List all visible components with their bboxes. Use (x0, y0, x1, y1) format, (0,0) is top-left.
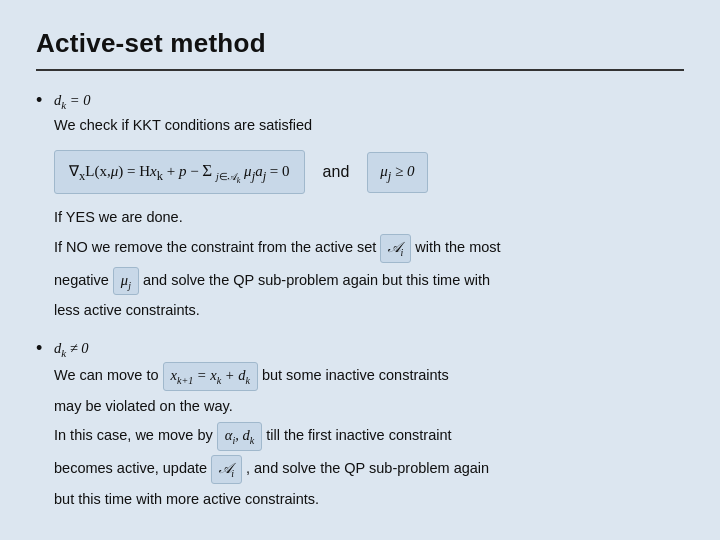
bullet-2-line5: but this time with more active constrain… (54, 488, 684, 511)
bullet-2-line3: In this case, we move by αi, dk till the… (54, 422, 684, 451)
alpha-dk-formula: αi, dk (217, 422, 262, 451)
kkt-formula-text: ∇xL(x,μ) = Hxk + p − Σ j∈𝒜k μjaj = 0 (69, 157, 290, 188)
bullet-2-content: dk ≠ 0 We can move to xk+1 = xk + dk but… (54, 337, 684, 516)
bullet-1-content: dk = 0 We check if KKT conditions are sa… (54, 89, 684, 327)
xk1-formula: xk+1 = xk + dk (163, 362, 258, 391)
bullet-2-line1: We can move to xk+1 = xk + dk but some i… (54, 362, 684, 391)
formula-row: ∇xL(x,μ) = Hxk + p − Σ j∈𝒜k μjaj = 0 and… (54, 150, 684, 195)
slide-content: • dk = 0 We check if KKT conditions are … (36, 89, 684, 515)
active-set-ai-formula: 𝒜i (211, 455, 242, 484)
bullet-1-line5: less active constraints. (54, 299, 684, 322)
mu-j-formula: μj (113, 267, 139, 296)
and-label: and (323, 159, 350, 185)
slide: Active-set method • dk = 0 We check if K… (0, 0, 720, 540)
active-set-formula: 𝒜i (380, 234, 411, 263)
bullet-2-marker: • (36, 337, 54, 360)
title-divider (36, 69, 684, 71)
bullet-1-line3: If NO we remove the constraint from the … (54, 234, 684, 263)
bullet-1-line2: If YES we are done. (54, 206, 684, 229)
bullet-1-line1: We check if KKT conditions are satisfied (54, 114, 684, 137)
mu-formula: μj ≥ 0 (367, 152, 427, 193)
bullet-2-section: • dk ≠ 0 We can move to xk+1 = xk + dk b… (36, 337, 684, 516)
mu-formula-text: μj ≥ 0 (380, 159, 414, 186)
bullet-1-section: • dk = 0 We check if KKT conditions are … (36, 89, 684, 327)
kkt-formula: ∇xL(x,μ) = Hxk + p − Σ j∈𝒜k μjaj = 0 (54, 150, 305, 195)
bullet-1-line4: negative μj and solve the QP sub-problem… (54, 267, 684, 296)
bullet-1-marker: • (36, 89, 54, 112)
bullet-1-dk-formula: dk = 0 (54, 92, 90, 108)
slide-title: Active-set method (36, 28, 684, 59)
bullet-2-dk-formula: dk ≠ 0 (54, 340, 89, 356)
bullet-2-line4: becomes active, update 𝒜i , and solve th… (54, 455, 684, 484)
bullet-2-line2: may be violated on the way. (54, 395, 684, 418)
